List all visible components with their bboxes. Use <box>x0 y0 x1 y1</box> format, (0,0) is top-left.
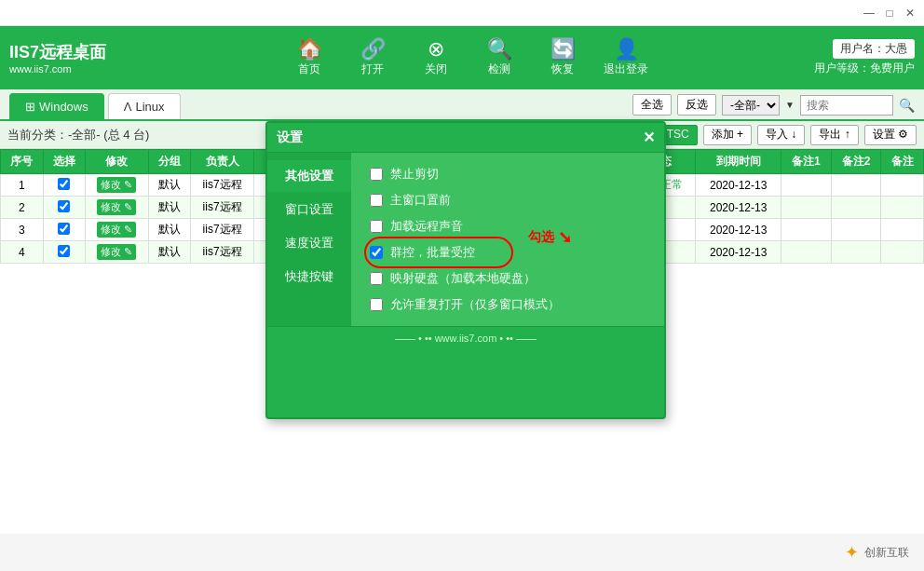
search-input[interactable] <box>800 95 893 116</box>
import-button[interactable]: 导入 ↓ <box>757 125 805 145</box>
checkbox-disable-cut[interactable] <box>370 168 383 181</box>
checkbox-main-window-front[interactable] <box>370 194 383 207</box>
export-button[interactable]: 导出 ↑ <box>810 125 858 145</box>
col-note3: 备注 <box>881 150 924 174</box>
dropdown-icon: ▼ <box>785 100 795 110</box>
row-checkbox[interactable] <box>58 178 70 190</box>
cell-id: 4 <box>1 241 44 264</box>
windows-icon: ⊞ <box>25 100 35 114</box>
sidebar-speed-settings[interactable]: 速度设置 <box>267 227 351 259</box>
dialog-close-button[interactable]: ✕ <box>643 129 655 146</box>
tab-linux[interactable]: Λ Linux <box>108 93 181 119</box>
checkbox-load-sound[interactable] <box>370 220 383 233</box>
header: IIS7远程桌面 www.iis7.com 🏠 首页 🔗 打开 ⊗ 关闭 🔍 检… <box>0 26 924 89</box>
modify-button[interactable]: 修改 ✎ <box>97 199 136 215</box>
cell-modify[interactable]: 修改 ✎ <box>86 241 149 264</box>
cell-expire: 2020-12-13 <box>696 197 781 219</box>
nav-home-label: 首页 <box>298 61 320 77</box>
tab-windows-label: Windows <box>39 100 88 114</box>
checkbox-group-control[interactable] <box>370 246 383 259</box>
checkbox-allow-reopen[interactable] <box>370 298 383 311</box>
tab-linux-label: Linux <box>135 100 164 114</box>
watermark-text: 创新互联 <box>864 545 909 561</box>
nav-detect[interactable]: 🔍 检测 <box>477 39 522 77</box>
cell-modify[interactable]: 修改 ✎ <box>86 174 149 197</box>
cell-note1 <box>781 197 831 219</box>
logo-area: IIS7远程桌面 www.iis7.com <box>9 41 121 75</box>
category-select[interactable]: -全部- <box>722 95 780 116</box>
row-checkbox[interactable] <box>58 223 70 235</box>
cell-id: 3 <box>1 219 44 241</box>
row-checkbox[interactable] <box>58 200 70 212</box>
current-category-label: 当前分类：-全部- (总 4 台) <box>7 127 149 143</box>
cell-note2 <box>831 219 881 241</box>
dialog-sidebar: 其他设置 窗口设置 速度设置 快捷按键 <box>267 153 351 326</box>
modify-button[interactable]: 修改 ✎ <box>97 222 136 238</box>
col-note2: 备注2 <box>831 150 881 174</box>
option-disable-cut: 禁止剪切 <box>370 166 645 183</box>
sidebar-other-settings[interactable]: 其他设置 <box>267 160 351 192</box>
modify-button[interactable]: 修改 ✎ <box>97 244 136 260</box>
sidebar-shortcuts[interactable]: 快捷按键 <box>267 261 351 292</box>
titlebar: — □ ✕ <box>0 0 924 26</box>
col-select: 选择 <box>43 150 86 174</box>
label-group-control: 群控，批量受控 <box>390 244 475 261</box>
dialog-footer: —— • •• www.iis7.com • •• —— <box>267 326 664 349</box>
tab-windows[interactable]: ⊞ Windows <box>9 93 104 119</box>
settings-button[interactable]: 设置 ⚙ <box>864 125 917 145</box>
col-expire: 到期时间 <box>696 150 781 174</box>
open-icon: 🔗 <box>360 39 386 60</box>
tabs-row: ⊞ Windows Λ Linux 全选 反选 -全部- ▼ 🔍 <box>0 89 924 121</box>
minimize-button[interactable]: — <box>863 7 876 20</box>
option-allow-reopen: 允许重复打开（仅多窗口模式） <box>370 296 645 313</box>
cell-select[interactable] <box>43 241 86 264</box>
cell-note3 <box>881 219 924 241</box>
col-modify: 修改 <box>86 150 149 174</box>
option-main-window-front: 主窗口置前 <box>370 192 645 209</box>
cell-select[interactable] <box>43 197 86 219</box>
col-note1: 备注1 <box>781 150 831 174</box>
dialog-titlebar: 设置 ✕ <box>267 123 664 153</box>
nav-close-label: 关闭 <box>425 61 447 77</box>
home-icon: 🏠 <box>297 39 322 60</box>
cell-note1 <box>781 241 831 264</box>
add-button[interactable]: 添加 + <box>703 125 752 145</box>
nav-logout[interactable]: 👤 退出登录 <box>604 39 648 77</box>
cell-modify[interactable]: 修改 ✎ <box>86 219 149 241</box>
maximize-button[interactable]: □ <box>883 7 896 20</box>
nav-open-label: 打开 <box>361 61 384 77</box>
cell-owner: iis7远程 <box>191 219 254 241</box>
cell-group: 默认 <box>148 241 191 264</box>
nav-restore[interactable]: 🔄 恢复 <box>540 39 585 77</box>
cell-modify[interactable]: 修改 ✎ <box>86 197 149 219</box>
nav-items: 🏠 首页 🔗 打开 ⊗ 关闭 🔍 检测 🔄 恢复 👤 退出登录 <box>136 39 799 77</box>
cell-select[interactable] <box>43 174 86 197</box>
col-owner: 负责人 <box>191 150 254 174</box>
modify-button[interactable]: 修改 ✎ <box>97 177 136 193</box>
nav-restore-label: 恢复 <box>551 61 574 77</box>
sidebar-window-settings[interactable]: 窗口设置 <box>267 194 351 225</box>
user-area: 用户名：大愚 用户等级：免费用户 <box>814 39 915 76</box>
col-id: 序号 <box>1 150 44 174</box>
cell-note1 <box>781 174 831 197</box>
watermark-logo: ✦ 创新互联 <box>845 542 909 563</box>
row-checkbox[interactable] <box>58 245 70 257</box>
invert-button[interactable]: 反选 <box>677 94 716 116</box>
nav-open[interactable]: 🔗 打开 <box>350 39 395 77</box>
nav-home[interactable]: 🏠 首页 <box>287 39 332 77</box>
cell-group: 默认 <box>148 219 191 241</box>
checkbox-map-disk[interactable] <box>370 272 383 285</box>
logo-title: IIS7远程桌面 <box>9 41 121 63</box>
option-map-disk: 映射硬盘（加载本地硬盘） <box>370 270 645 287</box>
close-icon: ⊗ <box>428 39 444 60</box>
nav-close[interactable]: ⊗ 关闭 <box>414 39 458 77</box>
cell-id: 1 <box>1 174 44 197</box>
cell-owner: iis7远程 <box>191 197 254 219</box>
cell-select[interactable] <box>43 219 86 241</box>
user-level: 用户等级：免费用户 <box>814 61 915 76</box>
close-button[interactable]: ✕ <box>904 7 917 20</box>
titlebar-buttons: — □ ✕ <box>863 7 917 20</box>
select-all-button[interactable]: 全选 <box>632 94 672 116</box>
search-icon[interactable]: 🔍 <box>899 98 915 113</box>
dialog-body: 其他设置 窗口设置 速度设置 快捷按键 禁止剪切 主窗口置前 加载远程声音 群控… <box>267 153 664 326</box>
